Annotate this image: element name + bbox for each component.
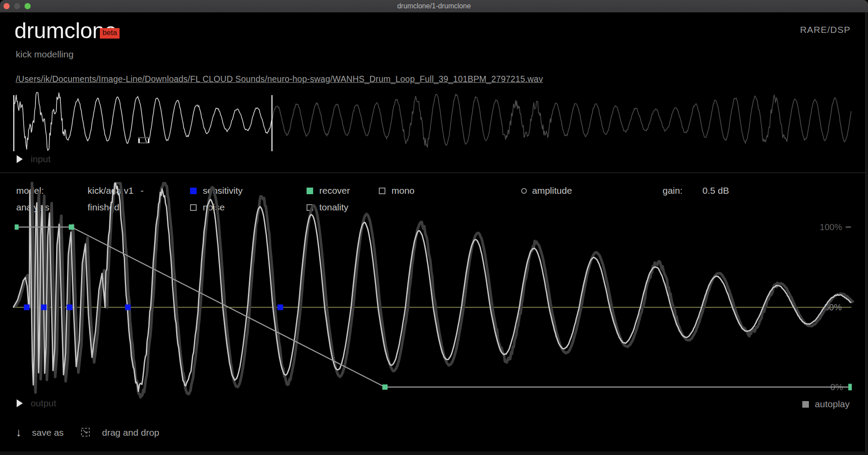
autoplay-label: autoplay xyxy=(815,399,850,409)
play-input-button[interactable] xyxy=(17,155,23,163)
drag-and-drop-button[interactable]: drag and drop xyxy=(102,427,159,438)
envelope-top-label: 100% xyxy=(820,222,842,232)
section-divider xyxy=(0,172,868,173)
input-section-label: input xyxy=(31,154,51,164)
autoplay-checkbox[interactable]: autoplay xyxy=(802,399,850,409)
input-waveform-display[interactable] xyxy=(0,90,868,156)
window-title: drumclone/1-drumclone xyxy=(0,0,868,12)
window-right-edge xyxy=(865,12,868,455)
beta-badge: beta xyxy=(100,28,120,39)
file-path-link[interactable]: /Users/ik/Documents/Image-Line/Downloads… xyxy=(16,74,543,84)
brand-label: RARE/DSP xyxy=(800,25,850,35)
save-as-button[interactable]: save as xyxy=(32,427,64,438)
download-arrow-icon[interactable]: ↓ xyxy=(16,426,21,439)
drag-and-drop-icon[interactable] xyxy=(80,427,92,438)
output-waveform-display[interactable]: 100% 50% 0% xyxy=(0,182,868,401)
output-section-label: output xyxy=(31,398,56,409)
input-waveform xyxy=(14,92,851,151)
titlebar[interactable]: drumclone/1-drumclone xyxy=(0,0,868,13)
autoplay-checkbox-box[interactable] xyxy=(802,401,809,408)
app-subtitle: kick modelling xyxy=(16,49,74,60)
drumclone-window: drumclone/1-drumclone drumclone beta kic… xyxy=(0,0,868,455)
play-output-button[interactable] xyxy=(17,399,23,407)
window-bottom-edge xyxy=(0,451,868,455)
output-waveform xyxy=(13,182,854,397)
